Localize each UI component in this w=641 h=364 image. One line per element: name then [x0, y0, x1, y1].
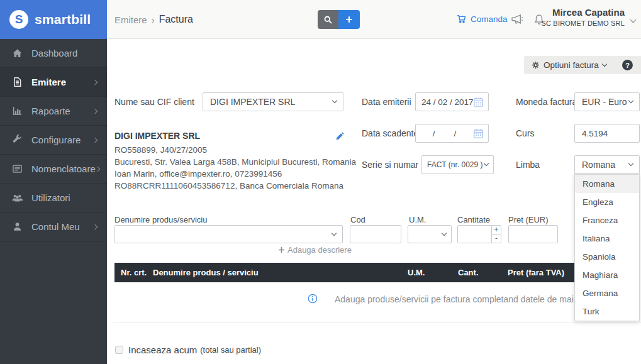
client-select[interactable]: DIGI IMPEXTER SRL — [203, 92, 343, 111]
um-select[interactable] — [408, 225, 452, 243]
megaphone-icon[interactable] — [511, 14, 523, 25]
data-emiterii-label: Data emiterii — [362, 92, 411, 111]
dropdown-option-turk[interactable]: Turk — [575, 302, 639, 321]
client-select-value: DIGI IMPEXTER SRL — [203, 97, 333, 107]
plus-icon — [345, 15, 354, 24]
incaseaza-row: Incaseaza acum (total sau partial) — [115, 345, 261, 355]
add-button[interactable] — [338, 10, 360, 29]
calendar-icon[interactable] — [473, 97, 484, 108]
dropdown-option-italiana[interactable]: Italiana — [575, 229, 639, 248]
user-icon — [11, 221, 23, 232]
adauga-descriere-button[interactable]: Adauga descriere — [278, 245, 352, 255]
search-button[interactable] — [318, 10, 338, 29]
brand-logo-icon: S — [9, 10, 28, 29]
pret-input[interactable] — [508, 225, 558, 243]
chevron-right-icon — [92, 137, 98, 142]
sidebar-item-rapoarte[interactable]: Rapoarte — [0, 97, 107, 126]
brand-logo[interactable]: S smartbill — [0, 0, 107, 39]
quantity-stepper: + - — [491, 226, 501, 243]
help-button[interactable]: ? — [622, 60, 633, 70]
sidebar-item-emitere[interactable]: Emitere — [0, 68, 107, 97]
data-scadentei-label: Data scadentei — [362, 124, 420, 143]
serie-numar-value: FACT (nr. 0029 ) — [422, 160, 484, 169]
document-icon — [11, 77, 23, 87]
chevron-down-icon — [332, 98, 337, 103]
client-detail-bank: RO88RCRR1111060453586712, Banca Comercia… — [114, 180, 356, 192]
comanda-link[interactable]: Comanda — [457, 14, 508, 24]
chevron-down-icon — [332, 230, 337, 235]
edit-pencil-icon[interactable] — [335, 131, 345, 141]
user-menu[interactable]: Mircea Capatina SC BIROMET DEMO SRL — [541, 7, 625, 27]
column-header-cant: Cant. — [458, 263, 479, 282]
sidebar-item-utilizatori[interactable]: Utilizatori — [0, 184, 107, 212]
breadcrumb-page: Factura — [159, 14, 193, 25]
sidebar-item-label: Utilizatori — [31, 192, 97, 203]
empty-table-message: Adauga produse/servicii pe factura compl… — [335, 294, 589, 304]
client-detail-name: DIGI IMPEXTER SRL — [114, 130, 356, 142]
chevron-down-icon[interactable] — [630, 17, 637, 23]
curs-label: Curs — [516, 124, 535, 143]
home-icon — [11, 48, 23, 58]
data-emiterii-field — [415, 92, 489, 111]
chevron-down-icon — [602, 61, 607, 66]
cantitate-label: Cantitate — [457, 215, 490, 224]
optiuni-factura-button[interactable]: Optiuni factura — [532, 56, 606, 74]
help-label: ? — [625, 62, 630, 69]
search-icon — [323, 15, 333, 25]
list-icon — [11, 163, 23, 174]
cart-icon — [457, 14, 467, 24]
incaseaza-checkbox[interactable] — [115, 346, 123, 354]
calendar-icon[interactable] — [473, 128, 484, 139]
denumire-label: Denumire produs/serviciu — [114, 215, 207, 224]
sidebar-item-dashboard[interactable]: Dashboard — [0, 39, 107, 68]
client-details: DIGI IMPEXTER SRL RO558899, J40/27/2005 … — [114, 130, 356, 192]
chevron-down-icon — [628, 161, 633, 166]
cod-input[interactable] — [350, 225, 401, 243]
dropdown-option-germana[interactable]: Germana — [575, 284, 639, 302]
sidebar-item-label: Nomenclatoare — [31, 163, 96, 174]
chevron-right-icon — [92, 108, 98, 113]
limba-select-value: Romana — [575, 160, 629, 170]
breadcrumb-section[interactable]: Emitere — [114, 14, 147, 25]
client-label: Nume sau CIF client — [114, 92, 194, 111]
sidebar-item-contul-meu[interactable]: Contul Meu — [0, 212, 107, 241]
moneda-select-value: EUR - Euro — [575, 97, 629, 107]
gear-icon — [532, 61, 540, 69]
sidebar: S smartbill Dashboard Emitere Rapoarte — [0, 0, 107, 364]
curs-input[interactable] — [574, 124, 640, 143]
moneda-select[interactable]: EUR - Euro — [574, 92, 640, 111]
um-label: U.M. — [409, 215, 426, 224]
limba-label: Limba — [516, 155, 540, 174]
bar-chart-icon — [11, 106, 23, 116]
users-icon — [11, 192, 23, 203]
column-header-nr: Nr. crt. — [121, 263, 147, 282]
topbar: Emitere › Factura Comanda — [107, 0, 641, 39]
sidebar-item-configurare[interactable]: Configurare — [0, 126, 107, 155]
sidebar-item-label: Dashboard — [31, 48, 97, 58]
denumire-select[interactable] — [114, 225, 343, 243]
user-company: SC BIROMET DEMO SRL — [541, 19, 625, 27]
dropdown-option-engleza[interactable]: Engleza — [575, 193, 639, 211]
chevron-down-icon — [628, 98, 633, 103]
dropdown-option-maghiara[interactable]: Maghiara — [575, 266, 639, 284]
sidebar-item-nomenclatoare[interactable]: Nomenclatoare — [0, 155, 107, 184]
dropdown-option-franceza[interactable]: Franceza — [575, 211, 639, 229]
serie-numar-label: Serie si numar — [362, 155, 418, 174]
data-emiterii-input[interactable] — [416, 97, 473, 107]
limba-select[interactable]: Romana — [574, 155, 640, 174]
incaseaza-hint: (total sau partial) — [200, 345, 261, 355]
quantity-plus-button[interactable]: + — [492, 226, 501, 234]
dropdown-option-spaniola[interactable]: Spaniola — [575, 248, 639, 266]
comanda-label: Comanda — [471, 14, 508, 24]
chevron-right-icon — [92, 79, 98, 84]
adauga-descriere-label: Adauga descriere — [287, 245, 352, 255]
sidebar-item-label: Rapoarte — [31, 106, 93, 116]
chevron-down-icon — [484, 161, 489, 166]
cantitate-input[interactable] — [458, 226, 492, 243]
optiuni-factura-label: Optiuni factura — [543, 60, 599, 70]
quantity-minus-button[interactable]: - — [492, 234, 501, 243]
serie-numar-select[interactable]: FACT (nr. 0029 ) — [421, 155, 494, 174]
data-scadentei-input[interactable] — [416, 129, 473, 138]
dropdown-option-romana[interactable]: Romana — [575, 175, 639, 193]
brand-name: smartbill — [35, 12, 91, 27]
